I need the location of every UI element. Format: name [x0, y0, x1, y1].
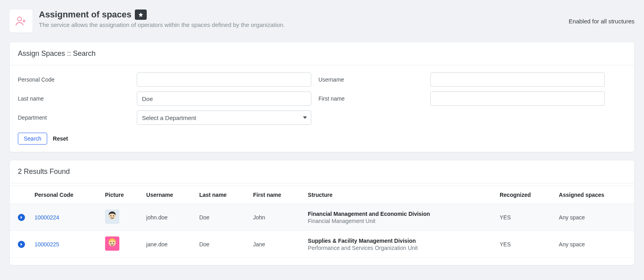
svg-point-0	[17, 17, 21, 21]
header-scope-label: Enabled for all structures	[569, 18, 634, 25]
avatar	[105, 236, 119, 251]
label-first-name: First name	[311, 95, 430, 102]
search-card: Assign Spaces :: Search Personal Code Us…	[10, 42, 634, 152]
col-last-name: Last name	[194, 186, 248, 204]
expand-row-button[interactable]	[18, 241, 25, 248]
cell-last-name: Doe	[194, 204, 248, 231]
table-row: 10000225jane.doeDoeJaneSupplies & Facili…	[10, 231, 634, 258]
svg-point-9	[110, 242, 111, 244]
label-department: Department	[18, 114, 137, 121]
department-select[interactable]: Select a Department	[137, 110, 311, 125]
table-row: 10000224john.doeDoeJohnFinancial Managem…	[10, 204, 634, 231]
cell-first-name: Jane	[248, 231, 303, 258]
cell-last-name: Doe	[194, 231, 248, 258]
page-header: Assignment of spaces The service allows …	[0, 0, 644, 42]
personal-code-link[interactable]: 10000225	[34, 241, 59, 248]
first-name-input[interactable]	[430, 91, 605, 106]
results-card: 2 Results Found Personal Code Picture Us…	[10, 160, 634, 265]
chevron-right-icon	[20, 216, 23, 219]
cell-recognized: YES	[495, 231, 554, 258]
reset-button[interactable]: Reset	[53, 135, 68, 142]
page-subtitle: The service allows the assignation of op…	[39, 21, 285, 28]
col-structure: Structure	[303, 186, 495, 204]
col-picture: Picture	[100, 186, 142, 204]
cell-structure: Financial Management and Economic Divisi…	[303, 204, 495, 231]
svg-point-5	[110, 215, 111, 217]
person-plus-icon	[15, 15, 27, 27]
page-title: Assignment of spaces	[39, 10, 132, 20]
cell-assigned-spaces: Any space	[554, 204, 634, 231]
last-name-input[interactable]	[137, 91, 311, 106]
page-icon-box	[10, 10, 33, 32]
results-title: 2 Results Found	[10, 160, 634, 183]
personal-code-link[interactable]: 10000224	[34, 214, 59, 221]
col-recognized: Recognized	[495, 186, 554, 204]
cell-recognized: YES	[495, 204, 554, 231]
avatar	[105, 210, 119, 224]
personal-code-input[interactable]	[137, 72, 311, 87]
cell-username: jane.doe	[142, 231, 195, 258]
page-title-block: Assignment of spaces The service allows …	[39, 10, 285, 28]
cell-first-name: John	[248, 204, 303, 231]
col-first-name: First name	[248, 186, 303, 204]
cell-assigned-spaces: Any space	[554, 231, 634, 258]
col-username: Username	[142, 186, 195, 204]
star-icon	[138, 12, 144, 17]
col-assigned-spaces: Assigned spaces	[554, 186, 634, 204]
cell-structure: Supplies & Facility Management DivisionP…	[303, 231, 495, 258]
col-personal-code: Personal Code	[30, 186, 100, 204]
label-username: Username	[311, 76, 430, 83]
svg-point-10	[113, 242, 114, 244]
label-personal-code: Personal Code	[18, 76, 137, 83]
username-input[interactable]	[430, 72, 605, 87]
results-table: Personal Code Picture Username Last name…	[10, 186, 634, 258]
label-last-name: Last name	[18, 95, 137, 102]
svg-point-6	[113, 215, 114, 217]
expand-row-button[interactable]	[18, 214, 25, 221]
search-panel-title: Assign Spaces :: Search	[10, 42, 634, 65]
search-button[interactable]: Search	[18, 133, 47, 145]
chevron-right-icon	[20, 243, 23, 246]
favorite-badge[interactable]	[135, 10, 147, 20]
cell-username: john.doe	[142, 204, 195, 231]
